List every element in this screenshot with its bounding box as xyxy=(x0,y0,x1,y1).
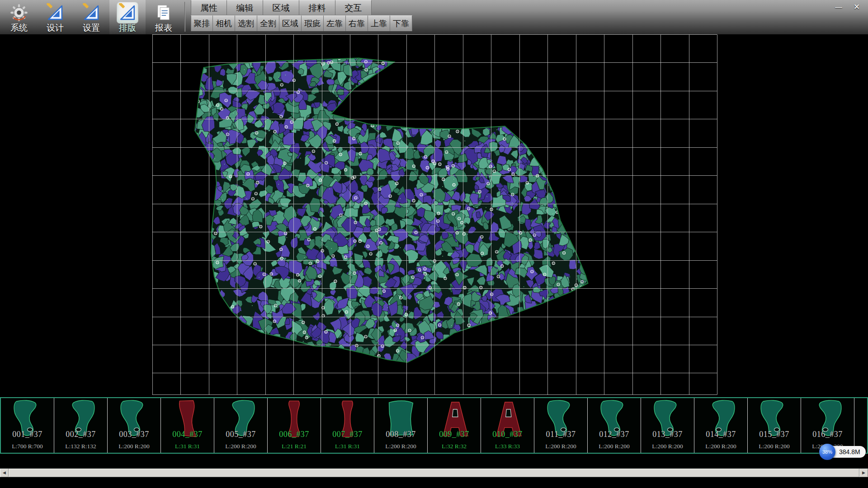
piece-name: 011_#37 xyxy=(534,430,587,439)
menu-tab-interact[interactable]: 交互 xyxy=(335,0,372,15)
piece-counts: L:200 R:200 xyxy=(588,443,641,450)
gear-icon xyxy=(9,2,29,23)
piece-thumb-015[interactable]: 015_#37L:200 R:200 xyxy=(748,398,801,453)
close-button[interactable]: ✕ xyxy=(851,2,863,12)
main-toolbar: 系统设计设置排版报表 xyxy=(1,0,182,34)
piece-thumb-008[interactable]: 008_#37L:200 R:200 xyxy=(374,398,428,453)
piece-name: 016_#37 xyxy=(801,430,854,439)
piece-name: 003_#37 xyxy=(108,430,160,439)
tool-button-align-top[interactable]: 上靠 xyxy=(368,15,390,31)
scroll-left-button[interactable]: ◀ xyxy=(0,469,9,477)
piece-thumbnail-strip: 001_#37L:700 R:700002_#37L:132 R:132003_… xyxy=(0,397,868,454)
piece-thumb-007[interactable]: 007_#37L:31 R:31 xyxy=(321,398,374,453)
menu-area: 属性编辑区域排料交互 聚排相机选割全割区域瑕疵左靠右靠上靠下靠 xyxy=(191,0,412,31)
piece-thumb-003[interactable]: 003_#37L:200 R:200 xyxy=(108,398,161,453)
tool-button-cluster-nest[interactable]: 聚排 xyxy=(191,15,213,31)
ruler-icon xyxy=(45,2,66,23)
piece-counts: L:21 R:21 xyxy=(268,443,321,450)
piece-name: 006_#37 xyxy=(268,430,321,439)
piece-thumb-013[interactable]: 013_#37L:200 R:200 xyxy=(641,398,694,453)
piece-name: 013_#37 xyxy=(641,430,694,439)
piece-counts: L:31 R:31 xyxy=(321,443,374,450)
piece-name: 008_#37 xyxy=(374,430,427,439)
menu-tab-nesting[interactable]: 排料 xyxy=(299,0,335,15)
menu-tab-properties[interactable]: 属性 xyxy=(191,0,227,15)
canvas-area xyxy=(0,34,868,397)
piece-thumb-012[interactable]: 012_#37L:200 R:200 xyxy=(588,398,641,453)
piece-name: 015_#37 xyxy=(748,430,801,439)
toolbar-button-system[interactable]: 系统 xyxy=(1,0,37,34)
tool-button-align-bottom[interactable]: 下靠 xyxy=(390,15,412,31)
toolbar-button-label: 设计 xyxy=(47,23,64,33)
toolbar-button-label: 系统 xyxy=(10,23,28,33)
piece-counts: L:200 R:200 xyxy=(108,443,160,450)
piece-name: 012_#37 xyxy=(588,430,641,439)
menu-tab-region[interactable]: 区域 xyxy=(263,0,299,15)
piece-name: 009_#37 xyxy=(428,430,481,439)
toolbar-button-label: 排版 xyxy=(119,23,136,33)
report-icon xyxy=(153,2,174,23)
piece-thumb-002[interactable]: 002_#37L:132 R:132 xyxy=(54,398,108,453)
piece-counts: L:132 R:132 xyxy=(54,443,107,450)
minimize-button[interactable]: — xyxy=(833,2,844,12)
toolbar-button-design[interactable]: 设计 xyxy=(37,0,73,34)
window-controls: — ✕ xyxy=(833,2,863,12)
menu-tab-bar: 属性编辑区域排料交互 xyxy=(191,0,412,15)
tool-button-defect[interactable]: 瑕疵 xyxy=(302,15,324,31)
tool-button-region[interactable]: 区域 xyxy=(279,15,302,31)
piece-thumb-005[interactable]: 005_#37L:200 R:200 xyxy=(214,398,268,453)
piece-name: 010_#37 xyxy=(481,430,534,439)
piece-counts: L:700 R:700 xyxy=(1,443,54,450)
tool-button-align-left[interactable]: 左靠 xyxy=(324,15,346,31)
tool-button-select-cut[interactable]: 选割 xyxy=(235,15,257,31)
nesting-canvas[interactable] xyxy=(0,34,868,397)
toolbar-separator xyxy=(184,2,185,32)
piece-name: 002_#37 xyxy=(54,430,107,439)
horizontal-scrollbar[interactable]: ◀ ▶ xyxy=(0,469,868,477)
piece-counts: L:200 R:200 xyxy=(534,443,587,450)
piece-name: 014_#37 xyxy=(694,430,747,439)
toolbar-button-nesting[interactable]: 排版 xyxy=(109,0,146,34)
scroll-right-button[interactable]: ▶ xyxy=(859,469,868,477)
piece-counts: L:32 R:32 xyxy=(428,443,481,450)
tool-button-camera[interactable]: 相机 xyxy=(213,15,235,31)
piece-counts: L:31 R:31 xyxy=(161,443,214,450)
ruler-icon xyxy=(81,2,102,23)
piece-thumb-010[interactable]: 010_#37L:33 R:33 xyxy=(481,398,534,453)
scroll-thumb[interactable] xyxy=(9,469,859,477)
toolbar-button-label: 报表 xyxy=(155,23,172,33)
piece-thumb-004[interactable]: 004_#37L:31 R:31 xyxy=(161,398,214,453)
ruler-icon xyxy=(117,2,138,23)
menu-tab-edit[interactable]: 编辑 xyxy=(227,0,263,15)
piece-name: 007_#37 xyxy=(321,430,374,439)
piece-counts: L:200 R:200 xyxy=(374,443,427,450)
piece-counts: L:200 R:200 xyxy=(694,443,747,450)
piece-name: 001_#37 xyxy=(1,430,54,439)
tool-button-bar: 聚排相机选割全割区域瑕疵左靠右靠上靠下靠 xyxy=(191,15,412,31)
progress-orb: 38% xyxy=(819,444,835,460)
piece-thumb-011[interactable]: 011_#37L:200 R:200 xyxy=(534,398,588,453)
piece-counts: L:200 R:200 xyxy=(748,443,801,450)
piece-counts: L:200 R:200 xyxy=(214,443,267,450)
toolbar-button-report[interactable]: 报表 xyxy=(146,0,182,34)
piece-thumb-006[interactable]: 006_#37L:21 R:21 xyxy=(268,398,321,453)
piece-thumb-001[interactable]: 001_#37L:700 R:700 xyxy=(1,398,54,453)
tool-button-cut-all[interactable]: 全割 xyxy=(257,15,279,31)
piece-counts: L:200 R:200 xyxy=(641,443,694,450)
piece-thumb-009[interactable]: 009_#37L:32 R:32 xyxy=(428,398,481,453)
topbar: 系统设计设置排版报表 属性编辑区域排料交互 聚排相机选割全割区域瑕疵左靠右靠上靠… xyxy=(0,0,868,34)
piece-name: 004_#37 xyxy=(161,430,214,439)
piece-name: 005_#37 xyxy=(214,430,267,439)
toolbar-button-label: 设置 xyxy=(83,23,100,33)
piece-counts: L:33 R:33 xyxy=(481,443,534,450)
toolbar-button-settings[interactable]: 设置 xyxy=(73,0,109,34)
tool-button-align-right[interactable]: 右靠 xyxy=(346,15,368,31)
piece-thumb-014[interactable]: 014_#37L:200 R:200 xyxy=(694,398,748,453)
